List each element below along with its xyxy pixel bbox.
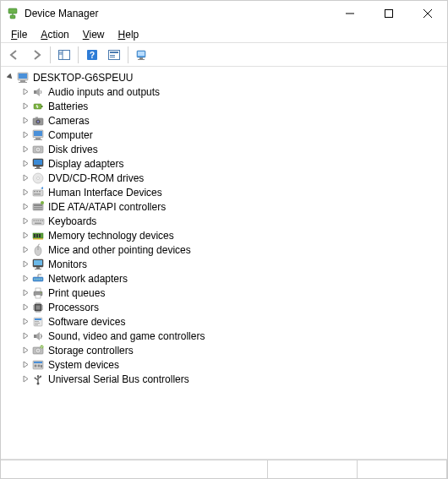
scan-hardware-button[interactable] [104,45,124,65]
tree-root[interactable]: DESKTOP-G6SPEUU [1,70,447,84]
expand-arrow-icon[interactable] [19,201,31,213]
svg-rect-79 [36,288,41,291]
computer-icon [31,128,45,142]
svg-rect-101 [34,335,36,338]
svg-rect-27 [41,106,43,107]
expand-arrow-icon[interactable] [19,215,31,227]
software-icon [31,315,45,329]
svg-point-54 [41,201,44,204]
expand-arrow-icon[interactable] [19,158,31,170]
svg-rect-25 [34,90,36,94]
expand-arrow-icon[interactable] [19,172,31,184]
svg-rect-107 [34,362,42,363]
expand-arrow-icon[interactable] [19,359,31,371]
monitor-icon [31,258,45,271]
expand-arrow-icon[interactable] [19,187,31,199]
tree-category[interactable]: Sound, video and game controllers [1,329,447,343]
tree-category[interactable]: Print queues [1,286,447,300]
expand-arrow-icon[interactable] [19,86,31,98]
svg-point-81 [41,291,41,292]
expand-arrow-icon[interactable] [4,72,16,84]
tree-category[interactable]: Processors [1,300,447,314]
menu-action[interactable]: Action [34,27,75,42]
expand-arrow-icon[interactable] [19,259,31,270]
svg-point-108 [35,364,37,367]
close-button[interactable] [408,1,447,26]
svg-rect-80 [36,295,41,298]
back-button[interactable] [4,45,25,65]
svg-rect-64 [36,234,38,237]
expand-arrow-icon[interactable] [19,129,31,141]
tree-category[interactable]: Computer [1,128,447,142]
menu-help[interactable]: Help [112,27,146,42]
svg-point-38 [37,149,39,150]
svg-rect-31 [36,117,38,118]
svg-rect-18 [138,52,145,56]
expand-arrow-icon[interactable] [19,302,31,313]
svg-rect-48 [39,191,41,193]
display-icon [31,157,45,171]
toolbar-separator [50,46,51,63]
tree-category[interactable]: Batteries [1,99,447,113]
expand-arrow-icon[interactable] [19,345,31,357]
tree-category[interactable]: System devices [1,357,447,372]
tree-category-label: Print queues [46,287,105,299]
tree-category[interactable]: Memory technology devices [1,228,447,242]
tree-category-label: Disk drives [46,144,98,155]
tree-category[interactable]: Human Interface Devices [1,185,447,199]
device-properties-button[interactable] [132,45,152,65]
tree-category[interactable]: Disk drives [1,142,447,156]
tree-category[interactable]: Audio inputs and outputs [1,84,447,99]
menu-view[interactable]: View [76,27,112,42]
maximize-button[interactable] [369,1,408,26]
svg-rect-71 [36,267,40,269]
expand-arrow-icon[interactable] [19,230,31,242]
tree-category[interactable]: Universal Serial Bus controllers [1,372,447,386]
svg-rect-56 [34,220,36,221]
window-title: Device Manager [25,8,331,19]
expand-arrow-icon[interactable] [19,144,31,155]
svg-rect-65 [39,234,41,237]
expand-arrow-icon[interactable] [19,316,31,328]
svg-rect-22 [19,73,27,79]
svg-text:?: ? [90,51,95,60]
menu-file[interactable]: File [4,27,34,42]
keyboard-icon [31,215,45,228]
expand-arrow-icon[interactable] [19,287,31,299]
tree-category[interactable]: Keyboards [1,214,447,228]
expand-arrow-icon[interactable] [19,273,31,285]
menubar: File Action View Help [1,26,447,43]
tree-category[interactable]: Network adapters [1,271,447,286]
svg-rect-42 [35,168,41,169]
tree-category[interactable]: Software devices [1,314,447,329]
tree-category[interactable]: Monitors [1,257,447,271]
tree-category[interactable]: DVD/CD-ROM drives [1,171,447,185]
sound-icon [31,329,45,343]
disk-icon [31,143,45,156]
tree-category[interactable]: Display adapters [1,156,447,171]
toolbar-separator [78,46,79,63]
svg-rect-76 [39,278,41,280]
tree-category[interactable]: Cameras [1,113,447,128]
expand-arrow-icon[interactable] [19,330,31,342]
show-hide-console-button[interactable] [54,45,74,65]
tree-category[interactable]: Mice and other pointing devices [1,242,447,257]
help-button[interactable]: ? [82,45,102,65]
tree-category-label: Processors [46,302,99,313]
forward-button[interactable] [26,45,46,65]
expand-arrow-icon[interactable] [19,373,31,385]
status-cell [1,460,268,478]
expand-arrow-icon[interactable] [19,244,31,256]
svg-rect-110 [41,365,42,367]
minimize-button[interactable] [331,1,369,26]
tree-category[interactable]: IDE ATA/ATAPI controllers [1,199,447,214]
device-tree[interactable]: DESKTOP-G6SPEUU Audio inputs and outputs… [1,67,447,460]
tree-category[interactable]: Storage controllers [1,343,447,357]
expand-arrow-icon[interactable] [19,115,31,127]
statusbar [1,460,447,478]
svg-rect-66 [33,238,43,240]
expand-arrow-icon[interactable] [19,101,31,112]
svg-rect-1 [10,15,15,19]
toolbar: ? [1,43,447,67]
tree-root-label: DESKTOP-G6SPEUU [31,72,133,84]
